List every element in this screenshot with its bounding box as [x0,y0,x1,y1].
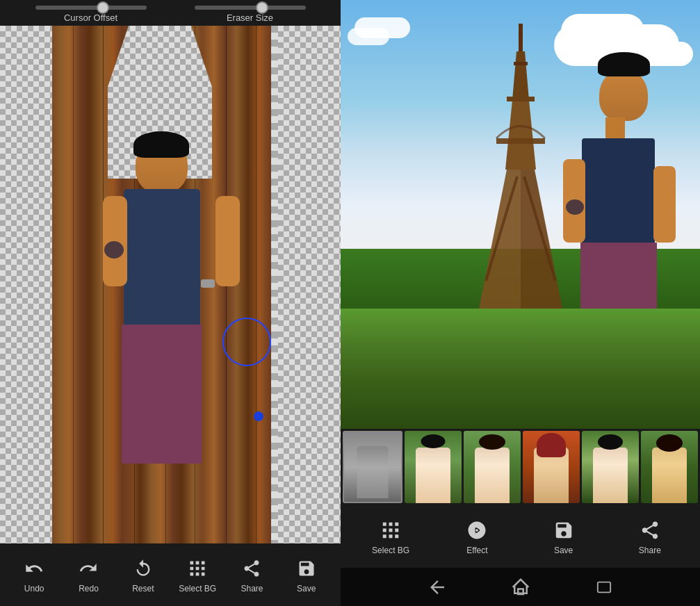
recent-button[interactable] [590,578,618,597]
save-icon-left [294,556,319,581]
person-hair-left [133,131,189,158]
svg-rect-1 [496,138,545,144]
undo-icon [22,556,47,581]
eraser-size-thumb[interactable] [256,1,268,14]
foreground-ground [341,309,700,429]
cloud-5 [348,28,389,45]
share-label: Share [639,546,661,555]
navigation-bar [341,568,700,606]
thumbnail-5[interactable] [582,431,639,503]
redo-label: Redo [79,584,99,593]
right-panel: Select BG Effect Save [341,0,700,606]
save-label: Save [554,546,573,555]
person-right-pants [580,243,657,309]
svg-rect-3 [514,62,528,65]
thumbnail-6[interactable] [641,431,698,503]
person-body-left [124,189,200,328]
redo-button[interactable]: Redo [67,556,109,593]
reset-icon [131,556,156,581]
person-right-body [582,138,655,246]
photo-area [341,0,700,429]
left-canvas[interactable] [0,26,341,543]
undo-label: Undo [24,584,44,593]
trans-left [0,26,52,543]
person-arm-right [215,196,240,286]
undo-button[interactable]: Undo [13,556,55,593]
person-right-head [599,69,648,121]
svg-rect-9 [518,589,523,594]
left-toolbar: Undo Redo Reset Select [0,543,341,606]
cursor-offset-thumb[interactable] [97,1,109,14]
share-icon [637,518,662,543]
share-button[interactable]: Share [629,518,671,555]
eraser-size-track[interactable] [195,6,306,10]
select-bg-button[interactable]: Select BG [370,518,412,555]
svg-rect-0 [519,24,523,51]
select-bg-label-left: Select BG [179,584,216,593]
home-button[interactable] [507,578,535,597]
share-label-left: Share [241,584,263,593]
trans-right [278,26,341,543]
select-bg-icon [378,518,403,543]
save-button[interactable]: Save [543,518,585,555]
save-button-left[interactable]: Save [286,556,327,593]
select-bg-button-left[interactable]: Select BG [177,556,218,593]
cursor-offset-label: Cursor Offset [64,13,117,23]
left-panel: Cursor Offset Eraser Size [0,0,341,606]
share-button-left[interactable]: Share [231,556,272,593]
right-toolbar: Select BG Effect Save [341,505,700,568]
back-button[interactable] [423,578,451,597]
thumbnail-1[interactable] [343,431,402,503]
thumbnail-4[interactable] [523,431,580,503]
tattoo [104,241,124,259]
svg-rect-2 [507,97,535,101]
save-label-left: Save [297,584,316,593]
person-right-hair [598,52,650,76]
cursor-offset-track[interactable] [35,6,147,10]
person-pants-left [122,325,202,464]
reset-button[interactable]: Reset [122,556,164,593]
cursor-offset-group: Cursor Offset [11,6,170,23]
save-icon [551,518,576,543]
thumbnail-3[interactable] [464,431,521,503]
effect-button[interactable]: Effect [456,518,498,555]
thumbnail-2[interactable] [405,431,462,503]
select-bg-label: Select BG [372,546,409,555]
effect-label: Effect [466,546,487,555]
eraser-size-label: Eraser Size [227,13,273,23]
share-icon-left [239,556,264,581]
redo-icon [76,556,101,581]
sliders-bar: Cursor Offset Eraser Size [0,0,341,26]
svg-point-8 [476,529,479,532]
watch [201,279,215,288]
select-bg-icon-left [185,556,210,581]
svg-rect-10 [597,582,610,592]
reset-label: Reset [132,584,154,593]
thumbnail-strip [341,429,700,505]
person-right-arm-r [653,166,676,243]
eraser-size-group: Eraser Size [170,6,329,23]
effect-icon [464,518,489,543]
